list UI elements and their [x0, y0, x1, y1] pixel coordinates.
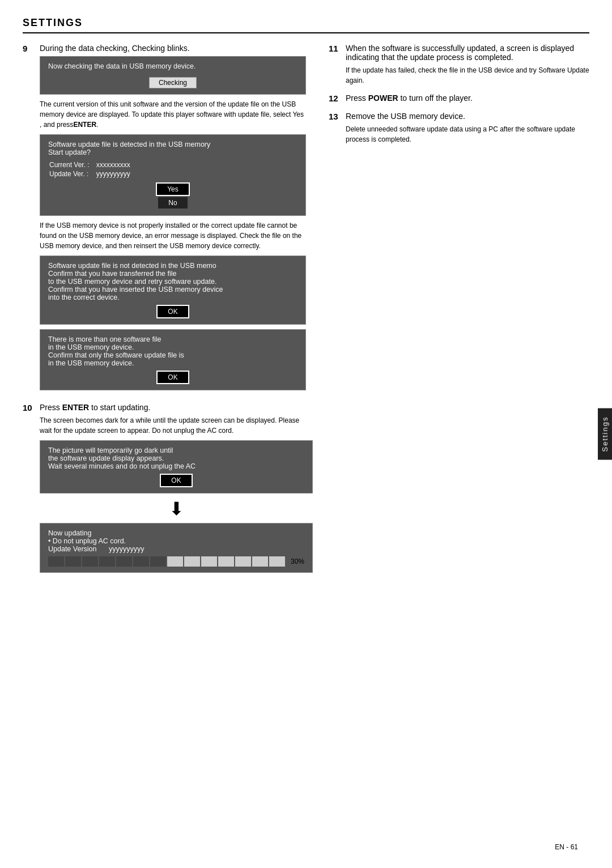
- step-11-title: When the software is successfully update…: [346, 44, 589, 62]
- progress-seg-7: [150, 556, 166, 567]
- step-9: 9 During the data checking, Checking bli…: [23, 44, 306, 395]
- screen-checking: Now checking the data in USB memory devi…: [40, 56, 306, 95]
- step-13-title: Remove the USB memory device.: [346, 112, 589, 121]
- step-9-desc1: The current version of this unit softwar…: [40, 99, 306, 130]
- step-13-number: 13: [329, 112, 341, 144]
- updating-line3: Update Version: [48, 545, 96, 553]
- progress-seg-6: [133, 556, 149, 567]
- progress-bar-wrap: 30%: [48, 556, 304, 567]
- step-12: 12 Press POWER to turn off the player.: [329, 93, 589, 106]
- step-9-content: During the data checking, Checking blink…: [40, 44, 306, 395]
- current-ver-val: xxxxxxxxxx: [96, 161, 130, 169]
- progress-bar: [48, 556, 285, 567]
- step-12-title: Press POWER to turn off the player.: [346, 93, 589, 103]
- step-10-pre: Press: [40, 403, 62, 412]
- step-10-number: 10: [23, 403, 35, 577]
- progress-seg-10: [201, 556, 217, 567]
- side-tab: Settings: [598, 409, 612, 460]
- yes-button[interactable]: Yes: [157, 184, 189, 195]
- step-10-title: Press ENTER to start updating.: [40, 403, 313, 412]
- progress-seg-11: [218, 556, 234, 567]
- progress-seg-8: [167, 556, 183, 567]
- multi-line3: Confirm that only the software update fi…: [48, 351, 298, 359]
- multi-line1: There is more than one software file: [48, 335, 298, 343]
- step-9-number: 9: [23, 44, 35, 395]
- progress-seg-3: [82, 556, 98, 567]
- not-detected-line4: Confirm that you have inserted the USB m…: [48, 286, 298, 293]
- screen3-ok-button[interactable]: OK: [158, 306, 188, 317]
- multi-line4: in the USB memory device.: [48, 359, 298, 367]
- screen-updating: Now updating • Do not unplug AC cord. Up…: [40, 523, 313, 573]
- screen-multiple-files: There is more than one software file in …: [40, 329, 306, 390]
- version-table: Current Ver. : xxxxxxxxxx Update Ver. : …: [48, 160, 131, 179]
- update-ver-label: Update Ver. :: [49, 170, 95, 178]
- step-12-pre: Press: [346, 93, 368, 103]
- step-10-post: to start updating.: [89, 403, 150, 412]
- progress-seg-14: [269, 556, 285, 567]
- screen5-ok-button[interactable]: OK: [161, 475, 191, 486]
- screen-checking-line1: Now checking the data in USB memory devi…: [48, 62, 298, 70]
- step-13: 13 Remove the USB memory device. Delete …: [329, 112, 589, 144]
- progress-seg-12: [235, 556, 251, 567]
- checking-button: Checking: [149, 77, 197, 88]
- current-ver-label: Current Ver. :: [49, 161, 95, 169]
- step-13-desc: Delete unneeded software update data usi…: [346, 124, 589, 144]
- progress-seg-1: [48, 556, 64, 567]
- dark-line2: the software update display appears.: [48, 454, 304, 462]
- multi-line2: in the USB memory device.: [48, 343, 298, 351]
- screen-update-line1: Software update file is detected in the …: [48, 141, 298, 148]
- screen-dark-warning: The picture will temporarily go dark unt…: [40, 440, 313, 493]
- progress-seg-9: [184, 556, 200, 567]
- updating-line1: Now updating: [48, 529, 304, 537]
- update-ver-val: yyyyyyyyyy: [96, 170, 130, 178]
- page-title: SETTINGS: [23, 17, 589, 33]
- step-12-post: to turn off the player.: [398, 93, 473, 103]
- dark-line3: Wait several minutes and do not unplug t…: [48, 462, 304, 470]
- no-button[interactable]: No: [158, 197, 187, 209]
- step-10: 10 Press ENTER to start updating. The sc…: [23, 403, 306, 577]
- screen4-ok-button[interactable]: OK: [158, 372, 188, 383]
- dark-line1: The picture will temporarily go dark unt…: [48, 446, 304, 454]
- not-detected-line5: into the correct device.: [48, 293, 298, 301]
- step-10-content: Press ENTER to start updating. The scree…: [40, 403, 313, 577]
- progress-seg-5: [116, 556, 132, 567]
- progress-percentage: 30%: [291, 558, 304, 565]
- progress-seg-4: [99, 556, 115, 567]
- progress-seg-2: [65, 556, 81, 567]
- step-12-number: 12: [329, 93, 341, 106]
- screen-update-line2: Start update?: [48, 148, 298, 156]
- screen-update-detected: Software update file is detected in the …: [40, 134, 306, 216]
- step-12-content: Press POWER to turn off the player.: [346, 93, 589, 106]
- not-detected-line2: Confirm that you have transferred the fi…: [48, 270, 298, 278]
- progress-seg-13: [252, 556, 268, 567]
- not-detected-line3: to the USB memory device and retry softw…: [48, 278, 298, 286]
- step-11-desc: If the update has failed, check the file…: [346, 65, 589, 86]
- step-11: 11 When the software is successfully upd…: [329, 44, 589, 86]
- step-10-bold: ENTER: [62, 403, 89, 412]
- step-9-desc2: If the USB memory device is not properly…: [40, 220, 306, 251]
- step-11-content: When the software is successfully update…: [346, 44, 589, 86]
- step-12-bold: POWER: [368, 93, 398, 103]
- updating-version-val: yyyyyyyyyy: [109, 545, 144, 553]
- screen-not-detected: Software update file is not detected in …: [40, 256, 306, 325]
- step-13-content: Remove the USB memory device. Delete unn…: [346, 112, 589, 144]
- step-10-desc: The screen becomes dark for a while unti…: [40, 415, 313, 436]
- step-9-title: During the data checking, Checking blink…: [40, 44, 306, 53]
- not-detected-line1: Software update file is not detected in …: [48, 262, 298, 270]
- page-number: EN - 61: [555, 843, 578, 851]
- arrow-down-icon: ⬇: [40, 498, 313, 520]
- updating-line2: • Do not unplug AC cord.: [48, 537, 304, 545]
- step-11-number: 11: [329, 44, 341, 86]
